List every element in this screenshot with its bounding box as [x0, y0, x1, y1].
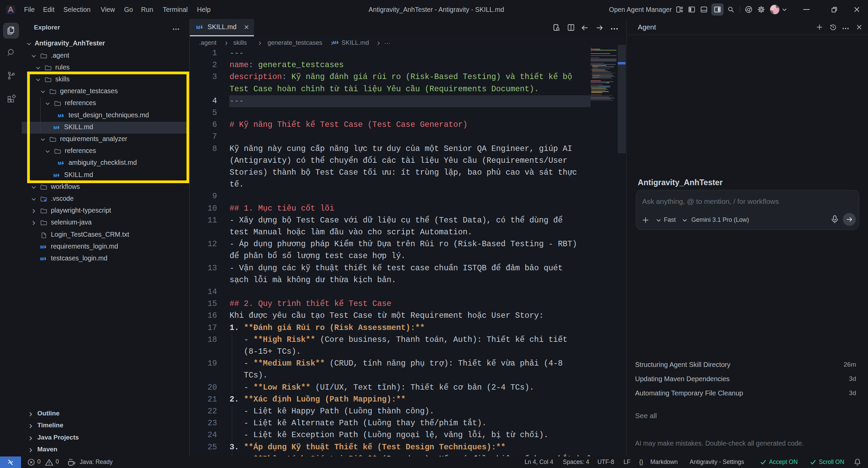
svg-text:M: M [333, 40, 336, 45]
svg-text:M: M [196, 25, 200, 30]
svg-text:M: M [40, 256, 44, 261]
svg-text:M: M [40, 245, 44, 250]
